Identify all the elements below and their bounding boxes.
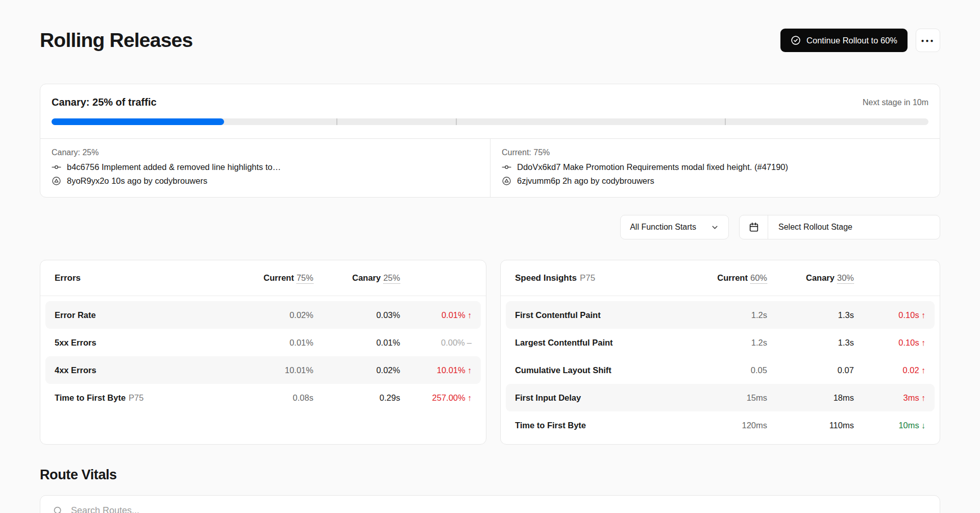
delta-arrow-icon: ↑	[921, 393, 925, 402]
speed-current-column-header[interactable]: Current60%	[691, 273, 767, 283]
git-commit-icon	[52, 162, 61, 172]
current-deployment-row[interactable]: 6zjvumm6p 2h ago by codybrouwers	[502, 176, 928, 186]
speed-insights-card-header: Speed InsightsP75 Current60% Canary30%	[501, 260, 940, 296]
canary-commit-text: b4c6756 Implement added & removed line h…	[67, 162, 281, 172]
speed-canary-column-header[interactable]: Canary30%	[767, 273, 854, 283]
search-icon	[53, 505, 63, 513]
function-starts-label: All Function Starts	[630, 223, 696, 232]
calendar-icon	[740, 215, 768, 239]
speed-insights-table-body: First Contentful Paint 1.2s 1.3s 0.10s↑ …	[501, 296, 940, 444]
canary-card-header: Canary: 25% of traffic Next stage in 10m	[40, 84, 940, 118]
canary-traffic-title: Canary: 25% of traffic	[52, 96, 157, 108]
canary-deployment-column: Canary: 25% b4c6756 Implement added & re…	[40, 139, 490, 197]
route-vitals-title: Route Vitals	[40, 467, 940, 483]
canary-commit-row[interactable]: b4c6756 Implement added & removed line h…	[52, 162, 479, 172]
deployment-info: Canary: 25% b4c6756 Implement added & re…	[40, 138, 940, 197]
table-row[interactable]: Time to First Byte 120ms 110ms 10ms↓	[506, 411, 935, 439]
deployment-icon	[52, 176, 61, 186]
page-header: Rolling Releases Continue Rollout to 60%…	[40, 29, 940, 52]
errors-title: Errors	[55, 273, 237, 283]
stage-divider	[336, 118, 337, 125]
table-row[interactable]: Error Rate 0.02% 0.03% 0.01%↑	[45, 301, 481, 329]
table-row[interactable]: Time to First ByteP75 0.08s 0.29s 257.00…	[45, 384, 481, 411]
delta-arrow-icon: –	[467, 338, 472, 347]
rollout-stage-label: Select Rollout Stage	[768, 215, 863, 239]
route-vitals-card	[40, 495, 940, 513]
delta-arrow-icon: ↓	[921, 421, 925, 430]
errors-card-header: Errors Current75% Canary25%	[40, 260, 486, 296]
continue-rollout-label: Continue Rollout to 60%	[806, 36, 897, 45]
routes-search-bar	[40, 496, 940, 513]
delta-arrow-icon: ↑	[921, 338, 925, 347]
delta-arrow-icon: ↑	[468, 393, 472, 402]
current-commit-row[interactable]: DdoVx6kd7 Make Promotion Requirements mo…	[502, 162, 928, 172]
canary-rollout-card: Canary: 25% of traffic Next stage in 10m…	[40, 84, 940, 198]
metrics-filters: All Function Starts Select Rollout Stage	[40, 215, 940, 239]
search-routes-input[interactable]	[71, 505, 927, 513]
table-row[interactable]: First Contentful Paint 1.2s 1.3s 0.10s↑	[506, 301, 935, 329]
speed-insights-card: Speed InsightsP75 Current60% Canary30% F…	[500, 260, 940, 445]
current-deployment-text: 6zjvumm6p 2h ago by codybrouwers	[517, 176, 654, 186]
deployment-icon	[502, 176, 511, 186]
canary-deployment-row[interactable]: 8yoR9yx2o 10s ago by codybrouwers	[52, 176, 479, 186]
errors-card: Errors Current75% Canary25% Error Rate 0…	[40, 260, 486, 445]
check-circle-icon	[791, 35, 801, 45]
errors-current-column-header[interactable]: Current75%	[237, 273, 313, 283]
table-row[interactable]: 4xx Errors 10.01% 0.02% 10.01%↑	[45, 356, 481, 384]
current-percent-label: Current: 75%	[502, 148, 928, 157]
table-row[interactable]: Largest Contentful Paint 1.2s 1.3s 0.10s…	[506, 329, 935, 356]
current-commit-text: DdoVx6kd7 Make Promotion Requirements mo…	[517, 162, 788, 172]
chevron-down-icon	[710, 223, 719, 232]
rollout-progress-fill	[52, 118, 224, 125]
git-commit-icon	[502, 162, 511, 172]
table-row[interactable]: First Input Delay 15ms 18ms 3ms↑	[506, 384, 935, 411]
errors-canary-column-header[interactable]: Canary25%	[313, 273, 400, 283]
more-options-button[interactable]: ●●●	[916, 29, 940, 52]
page-title: Rolling Releases	[40, 29, 192, 52]
function-starts-select[interactable]: All Function Starts	[620, 215, 729, 239]
rollout-stage-select[interactable]: Select Rollout Stage	[739, 215, 940, 239]
continue-rollout-button[interactable]: Continue Rollout to 60%	[780, 29, 908, 52]
delta-arrow-icon: ↑	[468, 365, 472, 375]
speed-insights-title: Speed InsightsP75	[515, 273, 691, 283]
current-deployment-column: Current: 75% DdoVx6kd7 Make Promotion Re…	[490, 139, 940, 197]
errors-table-body: Error Rate 0.02% 0.03% 0.01%↑ 5xx Errors…	[40, 296, 486, 417]
table-row[interactable]: Cumulative Layout Shift 0.05 0.07 0.02↑	[506, 356, 935, 384]
rollout-progress-bar	[52, 118, 928, 125]
next-stage-text: Next stage in 10m	[863, 98, 928, 107]
delta-arrow-icon: ↑	[921, 365, 925, 375]
canary-deployment-text: 8yoR9yx2o 10s ago by codybrouwers	[67, 176, 207, 186]
stage-divider	[725, 118, 726, 125]
delta-arrow-icon: ↑	[921, 310, 925, 320]
delta-arrow-icon: ↑	[468, 310, 472, 320]
metrics-tables: Errors Current75% Canary25% Error Rate 0…	[40, 260, 940, 445]
stage-divider	[456, 118, 457, 125]
rolling-releases-page: Rolling Releases Continue Rollout to 60%…	[0, 29, 980, 513]
header-actions: Continue Rollout to 60% ●●●	[780, 29, 940, 52]
table-row[interactable]: 5xx Errors 0.01% 0.01% 0.00%–	[45, 329, 481, 356]
ellipsis-icon: ●●●	[921, 38, 935, 43]
canary-percent-label: Canary: 25%	[52, 148, 479, 157]
